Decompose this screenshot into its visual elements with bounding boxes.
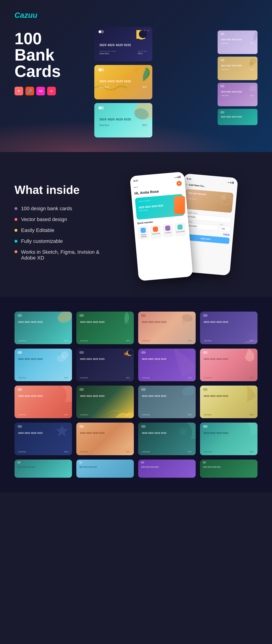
grid-card-2: 3829 4820 4629 5025 Anita Rose09/17 bbox=[76, 312, 134, 344]
blob-decoration bbox=[127, 103, 152, 124]
side-cards-column: 3829 4820 4629 5025 Anita Rose09/17 bbox=[218, 30, 258, 125]
svg-point-25 bbox=[247, 352, 254, 359]
feature-dot-2 bbox=[14, 218, 18, 221]
phone-1-icons: ▲ ◉ ▌▌ bbox=[174, 176, 181, 178]
leaf-decoration bbox=[136, 66, 150, 83]
feature-dot-5 bbox=[14, 250, 18, 253]
grid-toggle-9 bbox=[18, 388, 22, 391]
tool-heart-icon: ♥ bbox=[14, 87, 23, 96]
grid-toggle-5 bbox=[18, 351, 22, 354]
grid-card-16: 3829 4820 4629 5025 Anita Rose09/17 bbox=[200, 422, 258, 455]
grid-toggle-13 bbox=[18, 425, 22, 428]
action-pay-bill[interactable]: Pay the bill bbox=[150, 224, 162, 239]
feature-text-5: Works in Sketch, Figma, Invision & Adobe… bbox=[21, 249, 105, 261]
action-transfer[interactable]: Transfer bbox=[162, 223, 174, 238]
phone-1-screen: 9:27 ▲ ◉ ▌▌ 🔔 Hi, Anita Rose CA bbox=[130, 172, 193, 281]
grid-toggle-16 bbox=[203, 425, 208, 428]
notification-icon[interactable]: 🔔 bbox=[176, 181, 182, 186]
grid-toggle-6 bbox=[79, 351, 84, 354]
side-card-4-number: 3829 4820 4629 5025 bbox=[221, 116, 254, 118]
gc4-bottom: Anita Rose09/17 bbox=[204, 340, 254, 342]
star-decoration: ✦ bbox=[147, 30, 149, 32]
action-save-online[interactable]: Save online bbox=[174, 222, 186, 237]
gc12-deco bbox=[236, 386, 258, 404]
hero-text: 100 Bank Cards ♥ Xd in bbox=[14, 30, 84, 96]
btoggle-4 bbox=[202, 461, 206, 464]
feature-text-1: 100 design bank cards bbox=[21, 206, 72, 212]
preview-card-1: ✦ 3829 4820 4629 5025 CARD HOLDER NAME A… bbox=[94, 27, 152, 61]
grid-toggle-10 bbox=[79, 388, 84, 391]
gc6-bottom: Anita Rose09/17 bbox=[80, 377, 130, 379]
svg-point-24 bbox=[149, 360, 163, 374]
phone-2-title: Add New Ca... bbox=[188, 183, 206, 188]
btoggle-3 bbox=[141, 461, 144, 464]
gc7-deco bbox=[138, 348, 196, 381]
side-card-4: 3829 4820 4629 5025 bbox=[218, 109, 258, 125]
svg-point-10 bbox=[249, 62, 253, 66]
grid-toggle-15 bbox=[141, 425, 146, 428]
hamburger-icon[interactable] bbox=[134, 187, 138, 188]
grid-card-14: 3829 4820 4629 5025 Anita Rose09/17 bbox=[76, 422, 134, 455]
what-inside-section: What inside 100 design bank cards Vector… bbox=[0, 152, 272, 297]
grid-card-8: 3829 4820 4629 5025 Anita Rose09/17 bbox=[200, 348, 258, 381]
section-title: What inside bbox=[14, 183, 105, 196]
bc3-number: 3829 4820 4629 5025 bbox=[141, 466, 193, 468]
phone-2-card: 3829 4820 4629 5025 Anita Rose bbox=[184, 189, 234, 213]
back-button[interactable]: ‹ bbox=[186, 182, 188, 186]
feature-item-5: Works in Sketch, Figma, Invision & Adobe… bbox=[14, 249, 105, 261]
feature-text-4: Fully customizable bbox=[21, 238, 63, 244]
grid-card-9: 3829 4820 4629 5025 Anita Rose09/17 bbox=[14, 386, 72, 418]
pay-bill-icon bbox=[153, 226, 158, 232]
phone-mockups: 9:27 ▲ ◉ ▌▌ 🔔 Hi, Anita Rose CA bbox=[120, 170, 258, 279]
grid-card-1: 3829 4820 4629 5025 Anita Rose09/17 bbox=[14, 312, 72, 344]
card-3-expiry: 09/17 bbox=[142, 124, 147, 126]
gc2-deco bbox=[112, 312, 134, 330]
card-toggle-2 bbox=[98, 68, 104, 72]
side-card-3-deco bbox=[244, 84, 256, 95]
phone-2-header: ‹ Add New Ca... bbox=[186, 182, 234, 190]
card-toggle-1 bbox=[98, 30, 104, 33]
gc11-bottom: Anita Rose09/17 bbox=[142, 414, 192, 416]
gc1-deco bbox=[50, 312, 72, 330]
side-toggle-1 bbox=[220, 33, 224, 35]
bc4-number: 3829 4820 4629 5025 bbox=[203, 466, 254, 468]
svg-point-17 bbox=[182, 319, 186, 324]
gc7-bottom: Anita Rose09/17 bbox=[142, 377, 192, 379]
feature-text-3: Easily Editable bbox=[21, 228, 54, 233]
tool-invision-icon: in bbox=[47, 87, 56, 96]
phone-card-mini: CARD NUMBER 3829 4820 4629 5025 Anita Ro… bbox=[135, 194, 184, 220]
grid-toggle-4 bbox=[203, 314, 208, 317]
tool-xd-icon: Xd bbox=[36, 87, 45, 96]
gc4-number: 3829 4820 4629 5025 bbox=[204, 321, 254, 323]
grid-toggle-3 bbox=[141, 314, 146, 317]
svg-point-27 bbox=[182, 395, 188, 400]
bc1-number: 3829 4820 4629 5025 bbox=[18, 466, 69, 468]
bottom-card-2: 3829 4820 4629 5025 bbox=[76, 460, 134, 478]
hero-title: 100 Bank Cards bbox=[14, 30, 84, 80]
gc3-bottom: Anita Rose09/17 bbox=[142, 340, 192, 342]
btoggle-1 bbox=[17, 461, 21, 464]
grid-card-12: 3829 4820 4629 5025 Anita Rose09/17 bbox=[200, 386, 258, 418]
card-deco-circles bbox=[220, 194, 232, 206]
gc9-bottom: Anita Rose09/17 bbox=[18, 414, 68, 416]
svg-point-1 bbox=[139, 30, 147, 38]
side-toggle-4 bbox=[220, 111, 224, 114]
grid-card-6: + 3829 4820 4629 5025 Anita Rose09/17 bbox=[76, 348, 134, 381]
svg-point-14 bbox=[221, 195, 227, 200]
feature-dot-3 bbox=[14, 229, 18, 232]
gc5-bottom: Anita Rose09/17 bbox=[18, 377, 68, 379]
cvv-input[interactable]: 183 bbox=[219, 226, 230, 232]
hero-content: 100 Bank Cards ♥ Xd in bbox=[14, 30, 258, 138]
gc14-number: 3829 4820 4629 5025 bbox=[80, 432, 130, 434]
gc15-deco bbox=[174, 422, 196, 442]
side-card-2: 3829 4820 4629 5025 Anita Rose09/17 bbox=[218, 56, 258, 80]
btoggle-2 bbox=[79, 461, 82, 464]
action-mobile-prepaid[interactable]: Mobile prepaid bbox=[138, 226, 150, 240]
card-holder-label: CARD HOLDER NAME bbox=[99, 50, 116, 52]
gc16-deco bbox=[236, 422, 258, 442]
phone-2-time: 9:41 bbox=[186, 177, 192, 180]
header-section: Cazuu 100 Bank Cards ♥ bbox=[0, 0, 272, 152]
phone-1: 9:27 ▲ ◉ ▌▌ 🔔 Hi, Anita Rose CA bbox=[130, 172, 193, 281]
grid-toggle-11 bbox=[141, 388, 146, 391]
card-toggle-3 bbox=[98, 106, 104, 110]
